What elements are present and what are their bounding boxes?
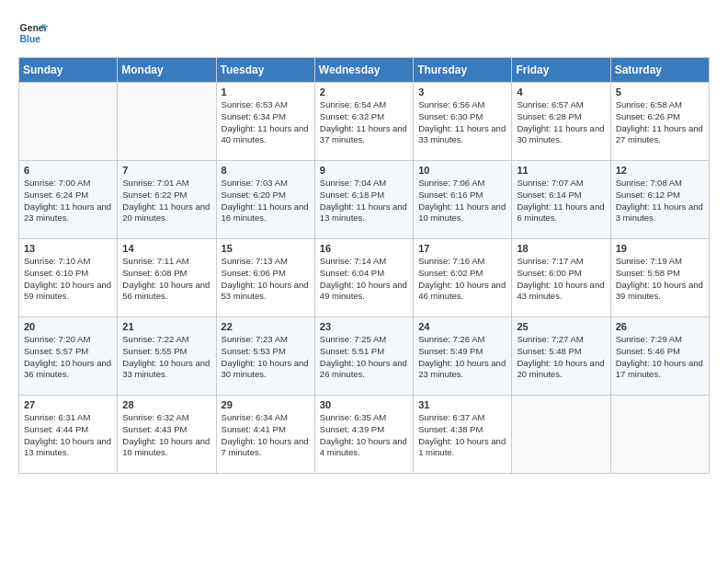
day-number: 20 xyxy=(24,321,112,332)
day-number: 13 xyxy=(24,243,112,254)
calendar-cell: 14Sunrise: 7:11 AMSunset: 6:08 PMDayligh… xyxy=(118,239,216,317)
calendar-cell: 27Sunrise: 6:31 AMSunset: 4:44 PMDayligh… xyxy=(19,396,118,474)
day-number: 18 xyxy=(517,243,605,254)
calendar-cell: 31Sunrise: 6:37 AMSunset: 4:38 PMDayligh… xyxy=(414,396,512,474)
calendar-cell: 13Sunrise: 7:10 AMSunset: 6:10 PMDayligh… xyxy=(19,239,118,317)
day-info: Sunrise: 7:27 AMSunset: 5:48 PMDaylight:… xyxy=(517,334,605,381)
calendar-cell: 5Sunrise: 6:58 AMSunset: 6:26 PMDaylight… xyxy=(610,83,709,161)
calendar-cell: 12Sunrise: 7:08 AMSunset: 6:12 PMDayligh… xyxy=(610,161,709,239)
day-of-week-header: Monday xyxy=(118,58,216,83)
calendar-cell: 28Sunrise: 6:32 AMSunset: 4:43 PMDayligh… xyxy=(118,396,216,474)
svg-text:Blue: Blue xyxy=(20,34,41,44)
calendar-body: 1Sunrise: 6:53 AMSunset: 6:34 PMDaylight… xyxy=(19,83,710,474)
day-number: 16 xyxy=(320,243,408,254)
calendar-week-row: 13Sunrise: 7:10 AMSunset: 6:10 PMDayligh… xyxy=(19,239,710,317)
day-number: 29 xyxy=(222,399,310,410)
day-number: 24 xyxy=(418,321,506,332)
day-of-week-header: Wednesday xyxy=(314,58,413,83)
day-number: 8 xyxy=(222,165,310,176)
day-number: 28 xyxy=(122,399,210,410)
day-info: Sunrise: 6:32 AMSunset: 4:43 PMDaylight:… xyxy=(122,412,210,459)
calendar-cell: 19Sunrise: 7:19 AMSunset: 5:58 PMDayligh… xyxy=(610,239,709,317)
day-info: Sunrise: 7:23 AMSunset: 5:53 PMDaylight:… xyxy=(222,334,310,381)
calendar-cell: 7Sunrise: 7:01 AMSunset: 6:22 PMDaylight… xyxy=(118,161,216,239)
day-number: 22 xyxy=(222,321,310,332)
day-info: Sunrise: 7:14 AMSunset: 6:04 PMDaylight:… xyxy=(320,256,408,303)
calendar-cell xyxy=(512,396,610,474)
day-number: 25 xyxy=(517,321,605,332)
day-info: Sunrise: 7:04 AMSunset: 6:18 PMDaylight:… xyxy=(320,178,408,224)
calendar-cell: 1Sunrise: 6:53 AMSunset: 6:34 PMDaylight… xyxy=(216,83,314,161)
calendar-cell: 8Sunrise: 7:03 AMSunset: 6:20 PMDaylight… xyxy=(216,161,314,239)
calendar-cell: 24Sunrise: 7:26 AMSunset: 5:49 PMDayligh… xyxy=(414,317,512,396)
page-header: General Blue xyxy=(18,18,710,48)
day-number: 1 xyxy=(222,86,310,98)
day-info: Sunrise: 7:08 AMSunset: 6:12 PMDaylight:… xyxy=(616,178,704,224)
day-of-week-header: Tuesday xyxy=(216,58,314,83)
day-info: Sunrise: 7:26 AMSunset: 5:49 PMDaylight:… xyxy=(418,334,506,381)
calendar-cell: 25Sunrise: 7:27 AMSunset: 5:48 PMDayligh… xyxy=(512,317,610,396)
calendar-cell: 18Sunrise: 7:17 AMSunset: 6:00 PMDayligh… xyxy=(512,239,610,317)
day-number: 4 xyxy=(517,86,605,98)
calendar-cell: 20Sunrise: 7:20 AMSunset: 5:57 PMDayligh… xyxy=(19,317,118,396)
day-info: Sunrise: 7:01 AMSunset: 6:22 PMDaylight:… xyxy=(122,178,210,224)
day-info: Sunrise: 7:07 AMSunset: 6:14 PMDaylight:… xyxy=(517,178,605,224)
day-number: 21 xyxy=(122,321,210,332)
calendar-cell: 30Sunrise: 6:35 AMSunset: 4:39 PMDayligh… xyxy=(314,396,413,474)
day-info: Sunrise: 6:56 AMSunset: 6:30 PMDaylight:… xyxy=(418,99,506,146)
calendar-cell: 26Sunrise: 7:29 AMSunset: 5:46 PMDayligh… xyxy=(610,317,709,396)
day-of-week-header: Friday xyxy=(512,58,610,83)
day-info: Sunrise: 6:53 AMSunset: 6:34 PMDaylight:… xyxy=(222,99,310,146)
day-info: Sunrise: 7:13 AMSunset: 6:06 PMDaylight:… xyxy=(222,256,310,303)
calendar-cell: 11Sunrise: 7:07 AMSunset: 6:14 PMDayligh… xyxy=(512,161,610,239)
days-of-week-row: SundayMondayTuesdayWednesdayThursdayFrid… xyxy=(19,58,710,83)
calendar-week-row: 1Sunrise: 6:53 AMSunset: 6:34 PMDaylight… xyxy=(19,83,710,161)
day-number: 7 xyxy=(122,165,210,176)
calendar-cell: 3Sunrise: 6:56 AMSunset: 6:30 PMDaylight… xyxy=(414,83,512,161)
calendar-cell xyxy=(118,83,216,161)
calendar-cell: 4Sunrise: 6:57 AMSunset: 6:28 PMDaylight… xyxy=(512,83,610,161)
calendar-week-row: 27Sunrise: 6:31 AMSunset: 4:44 PMDayligh… xyxy=(19,396,710,474)
logo: General Blue xyxy=(18,18,48,48)
day-info: Sunrise: 6:34 AMSunset: 4:41 PMDaylight:… xyxy=(222,412,310,459)
calendar-cell: 16Sunrise: 7:14 AMSunset: 6:04 PMDayligh… xyxy=(314,239,413,317)
day-number: 12 xyxy=(616,165,704,176)
calendar-cell: 21Sunrise: 7:22 AMSunset: 5:55 PMDayligh… xyxy=(118,317,216,396)
day-of-week-header: Thursday xyxy=(414,58,512,83)
day-number: 31 xyxy=(418,399,506,410)
day-info: Sunrise: 7:19 AMSunset: 5:58 PMDaylight:… xyxy=(616,256,704,303)
day-number: 26 xyxy=(616,321,704,332)
calendar-cell xyxy=(610,396,709,474)
day-of-week-header: Sunday xyxy=(19,58,118,83)
calendar-cell: 23Sunrise: 7:25 AMSunset: 5:51 PMDayligh… xyxy=(314,317,413,396)
day-info: Sunrise: 7:29 AMSunset: 5:46 PMDaylight:… xyxy=(616,334,704,381)
day-info: Sunrise: 7:16 AMSunset: 6:02 PMDaylight:… xyxy=(418,256,506,303)
day-info: Sunrise: 7:20 AMSunset: 5:57 PMDaylight:… xyxy=(24,334,112,381)
day-info: Sunrise: 7:11 AMSunset: 6:08 PMDaylight:… xyxy=(122,256,210,303)
day-info: Sunrise: 7:25 AMSunset: 5:51 PMDaylight:… xyxy=(320,334,408,381)
day-number: 27 xyxy=(24,399,112,410)
day-info: Sunrise: 6:35 AMSunset: 4:39 PMDaylight:… xyxy=(320,412,408,459)
logo-icon: General Blue xyxy=(18,18,48,48)
day-number: 11 xyxy=(517,165,605,176)
calendar-table: SundayMondayTuesdayWednesdayThursdayFrid… xyxy=(18,57,710,474)
day-number: 14 xyxy=(122,243,210,254)
day-number: 30 xyxy=(320,399,408,410)
day-number: 10 xyxy=(418,165,506,176)
calendar-cell: 15Sunrise: 7:13 AMSunset: 6:06 PMDayligh… xyxy=(216,239,314,317)
day-info: Sunrise: 6:58 AMSunset: 6:26 PMDaylight:… xyxy=(616,99,704,146)
day-number: 3 xyxy=(418,86,506,98)
day-number: 19 xyxy=(616,243,704,254)
calendar-cell: 29Sunrise: 6:34 AMSunset: 4:41 PMDayligh… xyxy=(216,396,314,474)
day-number: 23 xyxy=(320,321,408,332)
calendar-cell: 2Sunrise: 6:54 AMSunset: 6:32 PMDaylight… xyxy=(314,83,413,161)
day-number: 9 xyxy=(320,165,408,176)
day-info: Sunrise: 7:10 AMSunset: 6:10 PMDaylight:… xyxy=(24,256,112,303)
day-number: 2 xyxy=(320,86,408,98)
day-info: Sunrise: 7:03 AMSunset: 6:20 PMDaylight:… xyxy=(222,178,310,224)
day-of-week-header: Saturday xyxy=(610,58,709,83)
day-info: Sunrise: 7:17 AMSunset: 6:00 PMDaylight:… xyxy=(517,256,605,303)
day-number: 15 xyxy=(222,243,310,254)
day-info: Sunrise: 6:37 AMSunset: 4:38 PMDaylight:… xyxy=(418,412,506,459)
calendar-week-row: 20Sunrise: 7:20 AMSunset: 5:57 PMDayligh… xyxy=(19,317,710,396)
